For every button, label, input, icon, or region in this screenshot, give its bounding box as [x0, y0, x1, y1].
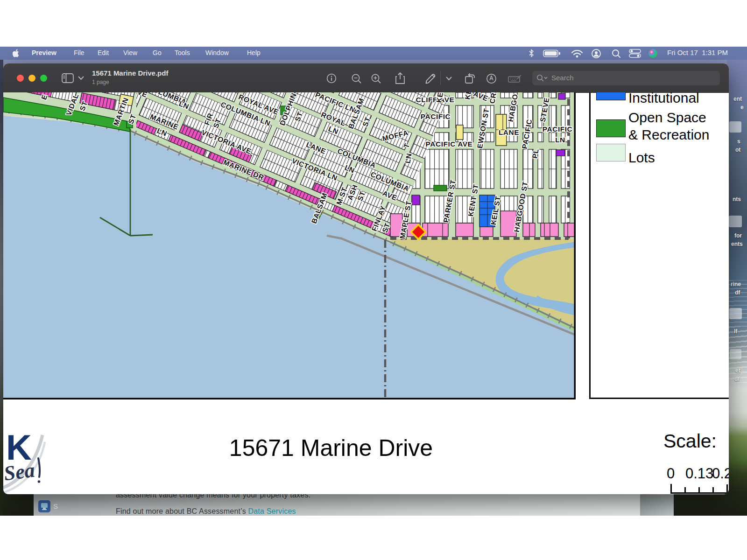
svg-text:LANE: LANE	[499, 128, 519, 136]
svg-text:PACIFIC AVE: PACIFIC AVE	[426, 140, 473, 148]
svg-text:PACIFIC: PACIFIC	[421, 112, 451, 120]
svg-text:PL: PL	[530, 148, 540, 159]
svg-text:LN: LN	[555, 136, 565, 144]
svg-text:PACIFIC: PACIFIC	[543, 125, 572, 133]
svg-text:Sea: Sea	[3, 459, 36, 485]
